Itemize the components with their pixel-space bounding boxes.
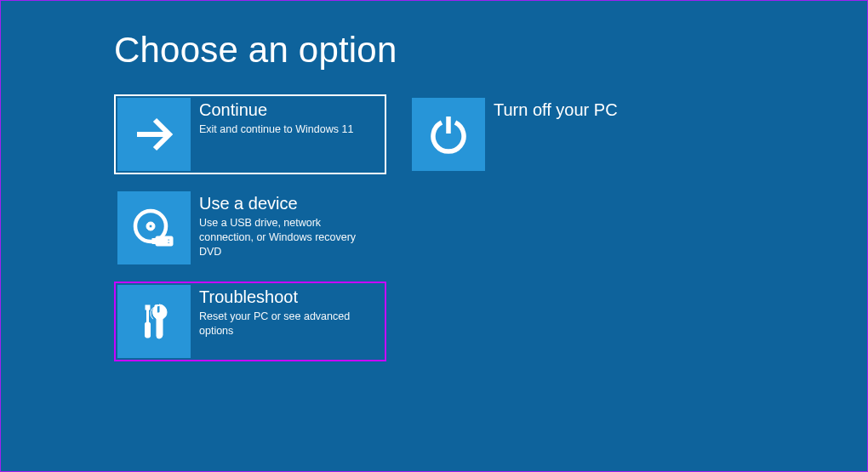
turnoff-option[interactable]: Turn off your PC (408, 94, 681, 174)
svg-rect-8 (168, 242, 169, 243)
options-row-2: Use a device Use a USB drive, network co… (114, 188, 681, 268)
svg-rect-9 (146, 305, 150, 310)
power-icon (412, 98, 485, 171)
use-device-option[interactable]: Use a device Use a USB drive, network co… (114, 188, 386, 268)
use-device-label-box: Use a device Use a USB drive, network co… (191, 191, 374, 259)
svg-point-4 (149, 225, 152, 228)
options-row-3: Troubleshoot Reset your PC or see advanc… (114, 281, 681, 361)
svg-rect-6 (152, 239, 157, 244)
svg-rect-11 (146, 322, 151, 338)
page-title: Choose an option (114, 30, 681, 71)
tools-icon (117, 285, 191, 358)
arrow-right-icon (117, 98, 191, 171)
continue-label-box: Continue Exit and continue to Windows 11 (191, 98, 353, 137)
continue-desc: Exit and continue to Windows 11 (199, 122, 353, 137)
continue-option[interactable]: Continue Exit and continue to Windows 11 (114, 94, 386, 174)
continue-title: Continue (199, 100, 353, 120)
use-device-desc: Use a USB drive, network connection, or … (199, 216, 374, 259)
svg-rect-7 (168, 239, 169, 241)
options-grid: Continue Exit and continue to Windows 11… (114, 94, 681, 361)
options-row-1: Continue Exit and continue to Windows 11… (114, 94, 681, 174)
troubleshoot-desc: Reset your PC or see advanced options (199, 310, 383, 338)
use-device-title: Use a device (199, 193, 374, 213)
troubleshoot-label-box: Troubleshoot Reset your PC or see advanc… (191, 285, 383, 338)
troubleshoot-option[interactable]: Troubleshoot Reset your PC or see advanc… (114, 281, 386, 361)
disc-usb-icon (117, 191, 191, 264)
svg-rect-5 (156, 236, 173, 246)
turnoff-title: Turn off your PC (494, 100, 618, 120)
svg-rect-10 (147, 310, 149, 322)
turnoff-label-box: Turn off your PC (485, 98, 618, 122)
troubleshoot-title: Troubleshoot (199, 287, 383, 307)
